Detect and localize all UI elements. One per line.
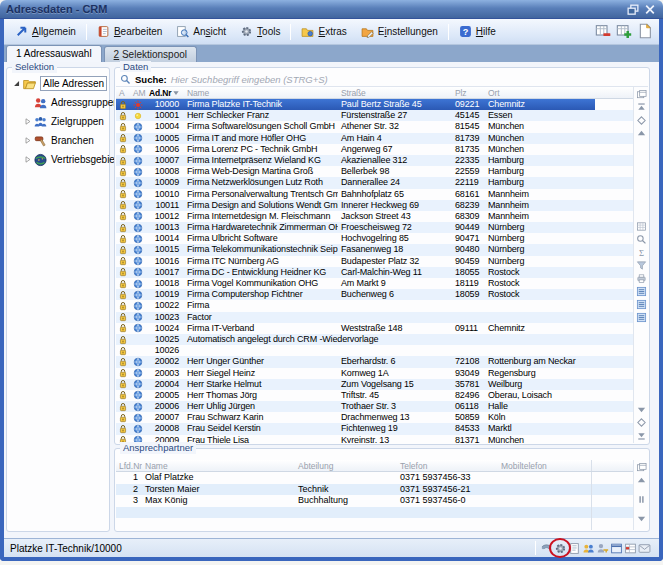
list-blue-icon[interactable] xyxy=(636,312,647,323)
table-remove-icon[interactable] xyxy=(595,23,611,39)
table-row[interactable]: 20002Herr Unger GüntherEberhardstr. 6721… xyxy=(116,356,633,367)
phone-icon[interactable] xyxy=(540,542,553,555)
up-icon[interactable] xyxy=(636,475,647,486)
table-row[interactable]: 20005Herr Thomas JörgTriftstr. 4582496Ob… xyxy=(116,390,633,401)
contacts-column-header-telefon[interactable]: Telefon xyxy=(397,460,498,471)
menu-item-ansicht[interactable]: Ansicht xyxy=(169,22,233,42)
scroll-bottom-icon[interactable] xyxy=(636,430,647,441)
column-header-straße[interactable]: Straße xyxy=(338,87,452,98)
new-document-icon[interactable] xyxy=(637,23,653,39)
contacts-column-header-mobiltelefon[interactable]: Mobiltelefon xyxy=(498,460,592,471)
sum-icon[interactable]: Σ xyxy=(636,247,647,258)
table-row[interactable]: 10026 xyxy=(116,345,633,356)
window-icon[interactable] xyxy=(610,542,623,555)
menu-item-einstellungen[interactable]: Einstellungen xyxy=(354,22,445,42)
table-row[interactable]: 10017Firma DC - Entwicklung Heidner KGCa… xyxy=(116,267,633,278)
pause-icon[interactable] xyxy=(636,494,647,505)
close-button[interactable] xyxy=(643,3,657,16)
table-row[interactable]: 10023Factor xyxy=(116,312,633,323)
columns-icon[interactable] xyxy=(636,89,647,100)
table-row[interactable]: 10015Firma Telekommunikationstechnik Sei… xyxy=(116,244,633,255)
print-icon[interactable] xyxy=(636,273,647,284)
table-row[interactable]: 10024Firma IT-VerbandWeststraße 14809111… xyxy=(116,323,633,334)
menu-item-allgemein[interactable]: Allgemein xyxy=(8,22,83,42)
table-row[interactable]: 10018Firma Vogel Kommunikation OHGAm Mar… xyxy=(116,278,633,289)
note-icon[interactable] xyxy=(568,542,581,555)
contact-row[interactable] xyxy=(116,518,633,530)
up-icon[interactable] xyxy=(636,128,647,139)
column-header-am[interactable]: AM xyxy=(130,87,146,98)
table-row[interactable]: 10011Firma Design and Solutions Wendt Gm… xyxy=(116,200,633,211)
users-icon[interactable] xyxy=(582,542,595,555)
table-red-icon[interactable] xyxy=(624,542,637,555)
table-row[interactable]: 10016Firma ITC Nürnberg AGBudapester Pla… xyxy=(116,256,633,267)
user-key-icon[interactable] xyxy=(596,542,609,555)
table-add-icon[interactable] xyxy=(616,23,632,39)
gear-icon[interactable] xyxy=(554,542,567,555)
table-row[interactable]: 10022Firma xyxy=(116,300,633,311)
table-row[interactable]: 10014Firma Ulbricht SoftwareHochvogelrin… xyxy=(116,233,633,244)
list-blue-icon[interactable] xyxy=(636,299,647,310)
tab-1-adressauswahl[interactable]: 1 Adressauswahl xyxy=(6,45,102,62)
column-header-a[interactable]: A xyxy=(116,87,130,98)
table-row[interactable]: 10007Firma Internetpräsenz Wieland KGAka… xyxy=(116,155,633,166)
restore-button[interactable] xyxy=(626,3,640,16)
table-row[interactable]: 10025Automatisch angelegt durch CRM -Wie… xyxy=(116,334,633,345)
contact-row[interactable] xyxy=(116,507,633,519)
search-small-icon[interactable] xyxy=(636,234,647,245)
down-icon[interactable] xyxy=(636,513,647,524)
table-row[interactable]: 20003Herr Siegel HeinzKornweg 1A93049Reg… xyxy=(116,368,633,379)
table-row[interactable]: 20008Frau Seidel KerstinFichtenweg 19845… xyxy=(116,423,633,434)
table-row[interactable]: 10010Firma Personalverwaltung Trentsch G… xyxy=(116,189,633,200)
list-blue-icon[interactable] xyxy=(636,286,647,297)
contacts-column-header-name[interactable]: Name xyxy=(142,460,295,471)
table-row[interactable]: 10006Firma Lorenz PC - Technik GmbHAnger… xyxy=(116,144,633,155)
table-row[interactable]: 10001Herr Schlecker FranzFürstenstraße 2… xyxy=(116,110,633,121)
search-field[interactable]: Suche: Hier Suchbegriff eingeben (STRG+S… xyxy=(116,72,648,87)
menu-item-hilfe[interactable]: ?Hilfe xyxy=(452,22,503,42)
contact-row[interactable]: 2Torsten MaierTechnik0371 5937456-21 xyxy=(116,484,633,496)
table-row[interactable]: 20007Frau Schwarz KarinDrachmenweg 13508… xyxy=(116,412,633,423)
expand-closed-icon[interactable] xyxy=(23,155,32,164)
tree-item-zielgruppen[interactable]: Zielgruppen xyxy=(9,112,107,131)
down-icon[interactable] xyxy=(636,404,647,415)
mail-icon[interactable] xyxy=(638,542,651,555)
scroll-top-icon[interactable] xyxy=(636,102,647,113)
contact-row[interactable]: 3Max KönigBuchhaltung0371 5937456-0 xyxy=(116,495,633,507)
column-header-name[interactable]: Name xyxy=(184,87,338,98)
menu-item-tools[interactable]: Tools xyxy=(233,22,287,42)
expand-closed-icon[interactable] xyxy=(23,136,32,145)
table-row[interactable]: 20006Herr Uhlig JürgenTrothaer Str. 3061… xyxy=(116,401,633,412)
expand-open-icon[interactable] xyxy=(12,79,21,88)
tab-2-selektionspool[interactable]: 2 Selektionspool xyxy=(104,46,197,62)
menu-item-extras[interactable]: Extras xyxy=(294,22,353,42)
menu-item-bearbeiten[interactable]: Bearbeiten xyxy=(90,22,169,42)
name-cell: Firma Personalverwaltung Trentsch GmbH xyxy=(184,189,338,200)
tree-item-alle-adressen[interactable]: Alle Adressen xyxy=(9,74,107,93)
column-header-ort[interactable]: Ort xyxy=(485,87,595,98)
record-marker-icon[interactable] xyxy=(636,417,647,428)
expand-closed-icon[interactable] xyxy=(23,117,32,126)
table-row[interactable]: 10008Firma Web-Design Martina GroßBeller… xyxy=(116,166,633,177)
tree-item-branchen[interactable]: Branchen xyxy=(9,131,107,150)
table-row[interactable]: 10000Firma Platzke IT-TechnikPaul Bertz … xyxy=(116,99,633,110)
am-cell xyxy=(130,189,146,200)
filter-icon[interactable] xyxy=(636,260,647,271)
table-row[interactable]: 10009Firma Netzwerklösungen Lutz RothDan… xyxy=(116,177,633,188)
columns-icon[interactable] xyxy=(636,462,647,473)
table-row[interactable]: 10004Firma Softwarelösungen Scholl GmbHA… xyxy=(116,121,633,132)
tree-item-adressgruppen[interactable]: Adressgruppen xyxy=(9,93,107,112)
tree-item-vertriebsgebiete[interactable]: Vertriebsgebiete xyxy=(9,150,107,169)
table-row[interactable]: 10005Firma IT and more Höfler OHGAm Hain… xyxy=(116,133,633,144)
column-header-plz[interactable]: Plz xyxy=(452,87,485,98)
contacts-column-header-abteilung[interactable]: Abteilung xyxy=(295,460,397,471)
table-row[interactable]: 10012Firma Internetdesign M. Fleischmann… xyxy=(116,211,633,222)
contacts-column-header-lfd-nr-[interactable]: Lfd.Nr. xyxy=(116,460,142,471)
column-header-ad-nr[interactable]: Ad.Nr xyxy=(146,87,184,98)
table-row[interactable]: 10019Firma Computershop FichtnerBuchenwe… xyxy=(116,289,633,300)
record-marker-icon[interactable] xyxy=(636,115,647,126)
contact-row[interactable]: 1Olaf Platzke0371 5937456-33 xyxy=(116,472,633,484)
grid-icon[interactable] xyxy=(636,221,647,232)
table-row[interactable]: 20004Herr Starke HelmutZum Vogelsang 153… xyxy=(116,379,633,390)
table-row[interactable]: 10013Firma Hardwaretechnik Zimmerman OHG… xyxy=(116,222,633,233)
